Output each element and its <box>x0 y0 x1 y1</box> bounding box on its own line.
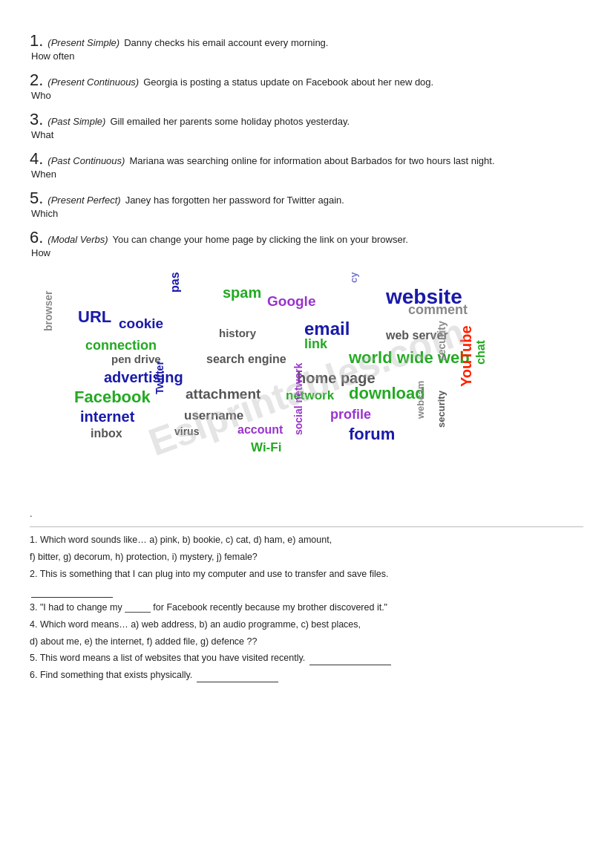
question-line-5: 5.(Present Perfect)Janey has forgotten h… <box>30 190 583 206</box>
wc-word-30: virus <box>174 426 199 437</box>
wc-word-21: Facebook <box>74 389 151 405</box>
wc-word-7: email <box>304 320 350 338</box>
question-tense-2: (Present Continuous) <box>47 76 139 88</box>
question-block-4: 4.(Past Continuous)Mariana was searching… <box>30 151 583 180</box>
wc-word-28: username <box>184 409 243 422</box>
question-answer-5: Which <box>30 208 583 219</box>
question-text-1: Danny checks his email account every mor… <box>124 37 328 48</box>
wc-word-1: spam <box>223 285 261 300</box>
wc-word-3: comment <box>408 303 468 316</box>
question-block-6: 6.(Modal Verbs)You can change your home … <box>30 229 583 258</box>
wc-word-18: home page <box>297 371 376 385</box>
question-block-3: 3.(Past Simple)Gill emailed her parents … <box>30 111 583 140</box>
question-number-4: 4. <box>30 151 43 167</box>
wc-word-33: forum <box>349 426 395 443</box>
question-number-3: 3. <box>30 111 43 128</box>
question-line-2: 2.(Present Continuous)Georgia is posting… <box>30 72 583 88</box>
wc-word-36: social network <box>293 363 304 435</box>
bottom-line-7: 5. This word means a list of websites th… <box>30 651 583 665</box>
question-number-2: 2. <box>30 72 43 88</box>
wc-word-16: world wide web <box>349 350 470 366</box>
wc-word-20: chat <box>475 340 487 365</box>
wc-word-31: account <box>237 424 283 436</box>
bottom-section: 1. Which word sounds like… a) pink, b) b… <box>30 526 583 682</box>
question-tense-4: (Past Continuous) <box>47 155 125 166</box>
wc-word-15: search engine <box>206 353 286 365</box>
wc-word-27: internet <box>80 409 134 424</box>
question-text-3: Gill emailed her parents some holiday ph… <box>110 116 350 127</box>
bottom-line-1: 1. Which word sounds like… a) pink, b) b… <box>30 533 583 547</box>
question-tense-5: (Present Perfect) <box>47 195 120 206</box>
wc-word-23: attachment <box>186 387 260 401</box>
wc-word-5: cookie <box>119 316 163 330</box>
question-answer-4: When <box>30 169 583 180</box>
question-block-5: 5.(Present Perfect)Janey has forgotten h… <box>30 190 583 219</box>
questions-list: 1.(Present Simple)Danny checks his email… <box>30 33 583 258</box>
bottom-line-2: f) bitter, g) decorum, h) protection, i)… <box>30 550 583 564</box>
wc-word-8: history <box>219 327 256 339</box>
wc-word-37: security <box>436 391 446 428</box>
wc-word-4: URL <box>78 309 111 325</box>
question-tense-6: (Modal Verbs) <box>47 234 108 245</box>
wc-word-29: profile <box>330 408 371 421</box>
question-line-4: 4.(Past Continuous)Mariana was searching… <box>30 151 583 167</box>
question-line-3: 3.(Past Simple)Gill emailed her parents … <box>30 111 583 128</box>
question-number-1: 1. <box>30 33 43 49</box>
question-answer-6: How <box>30 247 583 258</box>
question-block-1: 1.(Present Simple)Danny checks his email… <box>30 33 583 62</box>
bottom-line-8: 6. Find something that exists physically… <box>30 668 583 682</box>
question-text-4: Mariana was searching online for informa… <box>129 155 494 166</box>
question-number-6: 6. <box>30 229 43 246</box>
wc-word-9: link <box>304 337 327 350</box>
question-text-2: Georgia is posting a status update on Fa… <box>143 76 433 88</box>
page-container: 1.(Present Simple)Danny checks his email… <box>30 33 583 682</box>
bottom-line-6: d) about me, e) the internet, f) added f… <box>30 635 583 649</box>
bottom-line-3: 2. This is something that I can plug int… <box>30 567 583 581</box>
wc-word-22: Twitter <box>154 361 165 394</box>
wc-word-12: password <box>169 272 181 293</box>
wc-word-2: Google <box>267 294 315 308</box>
question-tense-3: (Past Simple) <box>47 116 105 127</box>
wc-word-25: download <box>349 385 425 402</box>
bottom-line-4: 3. "I had to change my _____ for Faceboo… <box>30 601 583 615</box>
question-block-2: 2.(Present Continuous)Georgia is posting… <box>30 72 583 101</box>
wc-word-35: Wi-Fi <box>251 441 281 454</box>
bottom-line-5: 4. Which word means… a) web address, b) … <box>30 618 583 632</box>
question-number-5: 5. <box>30 190 43 206</box>
question-answer-2: Who <box>30 90 583 101</box>
wordcloud: Eslprintables.com websitespamGooglecomme… <box>30 272 583 502</box>
question-line-6: 6.(Modal Verbs)You can change your home … <box>30 229 583 246</box>
question-tense-1: (Present Simple) <box>47 37 119 48</box>
question-answer-3: What <box>30 129 583 140</box>
wc-word-6: cyberspace <box>349 272 358 283</box>
wc-word-34: webcam <box>416 381 425 419</box>
wc-word-32: inbox <box>91 428 122 440</box>
question-text-5: Janey has forgotten her password for Twi… <box>125 195 344 206</box>
bottom-blank-3 <box>30 584 583 598</box>
wc-word-26: YouTube <box>459 325 473 387</box>
question-line-1: 1.(Present Simple)Danny checks his email… <box>30 33 583 49</box>
wc-word-19: security <box>436 321 447 361</box>
wc-word-13: browser <box>43 291 53 331</box>
question-text-6: You can change your home page by clickin… <box>113 234 408 245</box>
question-answer-1: How often <box>30 50 583 62</box>
separator-dot: . <box>30 508 583 519</box>
wc-word-17: advertising <box>104 370 183 385</box>
wc-word-11: connection <box>85 339 157 352</box>
